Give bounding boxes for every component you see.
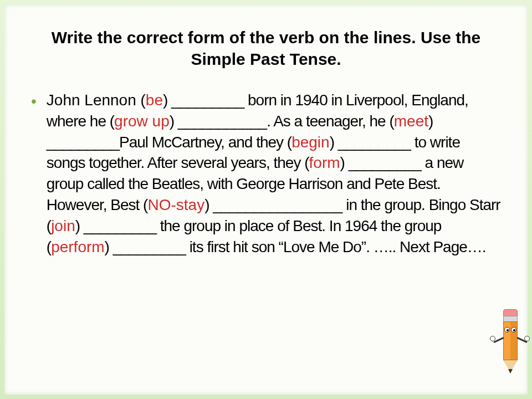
verb-hint: join: [51, 217, 75, 234]
text-run: ) ___________. As a teenager, he (: [170, 112, 394, 130]
pencil-mascot-icon: [491, 305, 530, 382]
text-run: John Lennon (: [47, 91, 146, 109]
verb-hint: perform: [51, 238, 104, 255]
verb-hint: NO-stay: [147, 196, 204, 213]
text-run: ) _________ its first hit son “Love Me D…: [105, 238, 486, 255]
slide-frame: Write the correct form of the verb on th…: [4, 4, 528, 395]
slide-title: Write the correct form of the verb on th…: [31, 27, 501, 70]
verb-hint: grow up: [114, 112, 170, 130]
verb-hint: be: [146, 91, 163, 109]
exercise-paragraph: John Lennon (be) _________ born in 1940 …: [47, 90, 501, 257]
content-row: • John Lennon (be) _________ born in 194…: [31, 90, 501, 257]
bullet-icon: •: [31, 91, 37, 112]
verb-hint: begin: [291, 134, 330, 151]
verb-hint: form: [309, 154, 340, 171]
verb-hint: meet: [394, 112, 428, 130]
